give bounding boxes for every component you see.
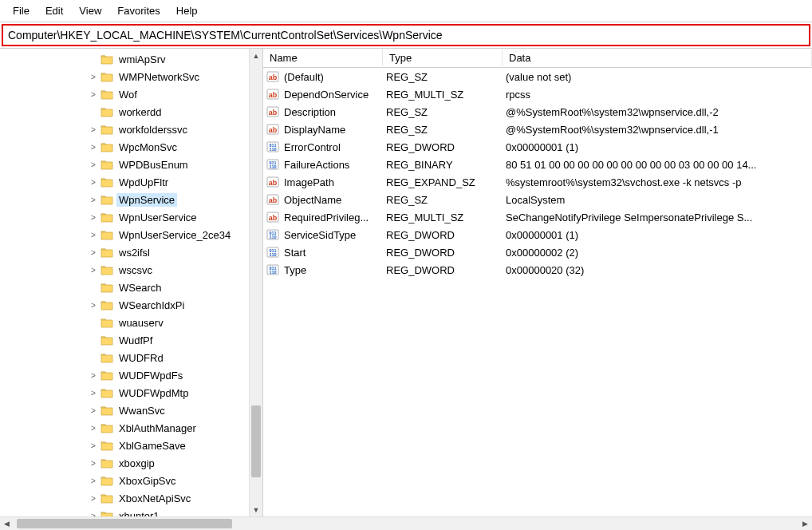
tree-item[interactable]: WUDFRd	[0, 349, 262, 366]
tree-item[interactable]: >ws2ifsl	[0, 243, 262, 261]
column-header-type[interactable]: Type	[383, 49, 503, 66]
value-row[interactable]: abRequiredPrivileg...REG_MULTI_SZSeChang…	[263, 208, 812, 226]
tree-item[interactable]: WudfPf	[0, 331, 262, 349]
scroll-track[interactable]	[250, 62, 262, 503]
tree-item[interactable]: >WwanSvc	[0, 401, 262, 419]
chevron-right-icon[interactable]: >	[88, 90, 99, 99]
chevron-right-icon[interactable]: >	[88, 441, 99, 450]
chevron-right-icon[interactable]: >	[88, 143, 99, 152]
scroll-left-icon[interactable]: ◀	[0, 517, 14, 530]
chevron-right-icon[interactable]: >	[88, 125, 99, 134]
chevron-right-icon[interactable]: >	[88, 73, 99, 81]
tree-item[interactable]: >WSearchIdxPi	[0, 296, 262, 314]
tree-list[interactable]: wmiApSrv>WMPNetworkSvc>Wofworkerdd>workf…	[0, 49, 262, 516]
reg-binary-icon: 011110	[266, 246, 279, 259]
folder-icon	[101, 493, 113, 504]
value-name: Start	[284, 247, 386, 259]
tree-item[interactable]: >workfolderssvc	[0, 121, 262, 138]
value-row[interactable]: abDependOnServiceREG_MULTI_SZrpcss	[263, 85, 812, 103]
tree-item[interactable]: >WpnUserService	[0, 208, 262, 226]
tree-item[interactable]: >WpdUpFltr	[0, 173, 262, 191]
chevron-right-icon[interactable]: >	[88, 512, 99, 517]
value-row[interactable]: abImagePathREG_EXPAND_SZ%systemroot%\sys…	[263, 173, 812, 191]
tree-item[interactable]: >XboxGipSvc	[0, 472, 262, 489]
tree-item[interactable]: >WUDFWpdMtp	[0, 384, 262, 401]
value-row[interactable]: 011110StartREG_DWORD0x00000002 (2)	[263, 243, 812, 261]
chevron-right-icon[interactable]: >	[88, 231, 99, 239]
chevron-right-icon[interactable]: >	[88, 459, 99, 468]
tree-item[interactable]: >Wof	[0, 85, 262, 103]
tree-item[interactable]: wmiApSrv	[0, 50, 262, 68]
folder-icon	[101, 370, 113, 381]
svg-text:110: 110	[269, 235, 276, 239]
chevron-right-icon[interactable]: >	[88, 248, 99, 257]
chevron-right-icon[interactable]: >	[88, 371, 99, 380]
folder-icon	[101, 335, 113, 346]
tree-item-label: WpnUserService_2ce34	[116, 228, 233, 242]
tree-item[interactable]: >WMPNetworkSvc	[0, 68, 262, 85]
tree-item[interactable]: wuauserv	[0, 314, 262, 331]
scroll-up-icon[interactable]: ▲	[250, 49, 262, 62]
tree-item-label: wmiApSrv	[116, 53, 168, 66]
value-row[interactable]: abObjectNameREG_SZLocalSystem	[263, 191, 812, 208]
tree-item[interactable]: WSearch	[0, 279, 262, 296]
folder-icon	[101, 265, 113, 275]
tree-item[interactable]: >WPDBusEnum	[0, 156, 262, 173]
chevron-right-icon[interactable]: >	[88, 389, 99, 398]
value-data: (value not set)	[506, 71, 812, 83]
value-row[interactable]: abDisplayNameREG_SZ@%SystemRoot%\system3…	[263, 121, 812, 138]
tree-item[interactable]: >xboxgip	[0, 454, 262, 472]
tree-item[interactable]: >wscsvc	[0, 261, 262, 279]
tree-item[interactable]: >XblAuthManager	[0, 419, 262, 437]
value-row[interactable]: abDescriptionREG_SZ@%SystemRoot%\system3…	[263, 103, 812, 121]
chevron-right-icon[interactable]: >	[88, 406, 99, 415]
chevron-right-icon[interactable]: >	[88, 266, 99, 275]
value-row[interactable]: 011110FailureActionsREG_BINARY80 51 01 0…	[263, 156, 812, 173]
tree-item[interactable]: >xhunter1	[0, 507, 262, 516]
chevron-right-icon[interactable]: >	[88, 160, 99, 169]
chevron-right-icon[interactable]: >	[88, 494, 99, 503]
tree-item-label: WpcMonSvc	[116, 140, 179, 154]
menu-edit[interactable]: Edit	[37, 3, 71, 18]
menu-favorites[interactable]: Favorites	[109, 3, 168, 18]
tree-item[interactable]: >XblGameSave	[0, 437, 262, 454]
tree-item[interactable]: workerdd	[0, 103, 262, 121]
tree-pane: wmiApSrv>WMPNetworkSvc>Wofworkerdd>workf…	[0, 49, 263, 516]
value-name: DependOnService	[284, 89, 386, 101]
value-row[interactable]: 011110TypeREG_DWORD0x00000020 (32)	[263, 261, 812, 279]
menu-bar: File Edit View Favorites Help	[0, 0, 812, 22]
value-row[interactable]: 011110ErrorControlREG_DWORD0x00000001 (1…	[263, 138, 812, 156]
chevron-right-icon[interactable]: >	[88, 424, 99, 433]
chevron-right-icon[interactable]: >	[88, 477, 99, 485]
scroll-down-icon[interactable]: ▼	[250, 503, 262, 516]
tree-item-label: WwanSvc	[116, 404, 168, 417]
scroll-right-icon[interactable]: ▶	[798, 517, 812, 530]
tree-item[interactable]: >WpnUserService_2ce34	[0, 226, 262, 243]
tree-item[interactable]: >XboxNetApiSvc	[0, 489, 262, 507]
menu-help[interactable]: Help	[168, 3, 206, 18]
folder-icon	[101, 195, 113, 205]
chevron-right-icon[interactable]: >	[88, 213, 99, 222]
chevron-right-icon[interactable]: >	[88, 301, 99, 310]
hscroll-track[interactable]	[14, 517, 798, 530]
chevron-right-icon[interactable]: >	[88, 196, 99, 204]
tree-horizontal-scrollbar[interactable]: ◀ ▶	[0, 516, 812, 530]
scroll-thumb[interactable]	[251, 405, 261, 477]
column-header-data[interactable]: Data	[503, 49, 812, 66]
value-row[interactable]: 011110ServiceSidTypeREG_DWORD0x00000001 …	[263, 226, 812, 243]
hscroll-thumb[interactable]	[17, 519, 232, 528]
address-bar[interactable]: Computer\HKEY_LOCAL_MACHINE\SYSTEM\Curre…	[2, 24, 810, 46]
menu-file[interactable]: File	[5, 3, 37, 18]
folder-icon	[101, 247, 113, 258]
value-name: RequiredPrivileg...	[284, 212, 386, 223]
column-header-name[interactable]: Name	[263, 49, 383, 66]
tree-item[interactable]: >WpcMonSvc	[0, 138, 262, 156]
tree-item[interactable]: >WpnService	[0, 191, 262, 208]
tree-vertical-scrollbar[interactable]: ▲ ▼	[249, 49, 262, 516]
values-list[interactable]: ab(Default)REG_SZ(value not set)abDepend…	[263, 68, 812, 516]
chevron-right-icon[interactable]: >	[88, 178, 99, 187]
tree-item[interactable]: >WUDFWpdFs	[0, 366, 262, 384]
value-type: REG_MULTI_SZ	[386, 212, 506, 223]
value-row[interactable]: ab(Default)REG_SZ(value not set)	[263, 68, 812, 85]
menu-view[interactable]: View	[71, 3, 109, 18]
